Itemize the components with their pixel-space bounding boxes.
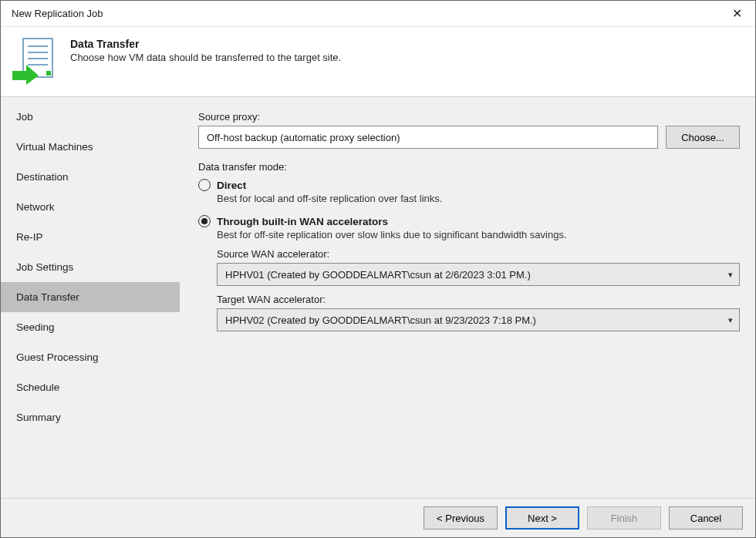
- sidebar-item-seeding[interactable]: Seeding: [1, 312, 180, 342]
- cancel-button[interactable]: Cancel: [669, 506, 743, 530]
- wizard-sidebar: Job Virtual Machines Destination Network…: [1, 97, 180, 498]
- sidebar-item-job[interactable]: Job: [1, 102, 180, 132]
- direct-desc: Best for local and off-site replication …: [217, 193, 740, 204]
- sidebar-item-job-settings[interactable]: Job Settings: [1, 252, 180, 282]
- target-wan-select[interactable]: HPHV02 (Created by GOODDEALMART\csun at …: [217, 308, 740, 331]
- next-button[interactable]: Next >: [505, 506, 579, 530]
- close-icon[interactable]: ✕: [726, 3, 748, 25]
- wizard-header: Data Transfer Choose how VM data should …: [1, 27, 755, 97]
- sidebar-item-destination[interactable]: Destination: [1, 162, 180, 192]
- sidebar-item-re-ip[interactable]: Re-IP: [1, 222, 180, 252]
- source-wan-value: HPHV01 (Created by GOODDEALMART\csun at …: [225, 269, 531, 281]
- direct-title: Direct: [217, 180, 246, 191]
- mode-wan-group: Through built-in WAN accelerators Best f…: [198, 215, 740, 331]
- source-wan-label: Source WAN accelerator:: [217, 248, 740, 260]
- source-proxy-input[interactable]: Off-host backup (automatic proxy selecti…: [198, 126, 658, 149]
- chevron-down-icon: ▾: [728, 315, 733, 325]
- page-title: Data Transfer: [70, 38, 341, 50]
- source-proxy-label: Source proxy:: [198, 111, 740, 123]
- data-transfer-icon: [12, 36, 55, 86]
- sidebar-item-summary[interactable]: Summary: [1, 402, 180, 432]
- source-proxy-value: Off-host backup (automatic proxy selecti…: [207, 132, 400, 143]
- chevron-down-icon: ▾: [728, 270, 733, 280]
- dialog-window: New Replication Job ✕ Data Transfer Choo…: [0, 0, 756, 538]
- target-wan-label: Target WAN accelerator:: [217, 294, 740, 305]
- choose-button[interactable]: Choose...: [666, 126, 740, 149]
- sidebar-item-schedule[interactable]: Schedule: [1, 372, 180, 402]
- mode-label: Data transfer mode:: [198, 161, 740, 173]
- svg-rect-5: [46, 71, 51, 76]
- sidebar-item-virtual-machines[interactable]: Virtual Machines: [1, 132, 180, 162]
- direct-radio[interactable]: [198, 179, 211, 191]
- page-subtitle: Choose how VM data should be transferred…: [70, 52, 341, 63]
- sidebar-item-data-transfer[interactable]: Data Transfer: [1, 282, 180, 312]
- target-wan-value: HPHV02 (Created by GOODDEALMART\csun at …: [225, 314, 536, 326]
- mode-direct-group: Direct Best for local and off-site repli…: [198, 179, 740, 204]
- wan-radio[interactable]: [198, 215, 211, 227]
- wan-title: Through built-in WAN accelerators: [217, 216, 388, 227]
- header-texts: Data Transfer Choose how VM data should …: [70, 36, 341, 63]
- wizard-content: Source proxy: Off-host backup (automatic…: [180, 97, 755, 498]
- source-wan-select[interactable]: HPHV01 (Created by GOODDEALMART\csun at …: [217, 263, 740, 286]
- previous-button[interactable]: < Previous: [424, 506, 498, 530]
- window-title: New Replication Job: [12, 8, 103, 19]
- sidebar-item-guest-processing[interactable]: Guest Processing: [1, 342, 180, 372]
- wizard-footer: < Previous Next > Finish Cancel: [1, 498, 755, 537]
- sidebar-item-network[interactable]: Network: [1, 192, 180, 222]
- wan-desc: Best for off-site replication over slow …: [217, 229, 740, 240]
- titlebar: New Replication Job ✕: [1, 1, 755, 27]
- wizard-body: Job Virtual Machines Destination Network…: [1, 97, 755, 498]
- finish-button[interactable]: Finish: [587, 506, 661, 530]
